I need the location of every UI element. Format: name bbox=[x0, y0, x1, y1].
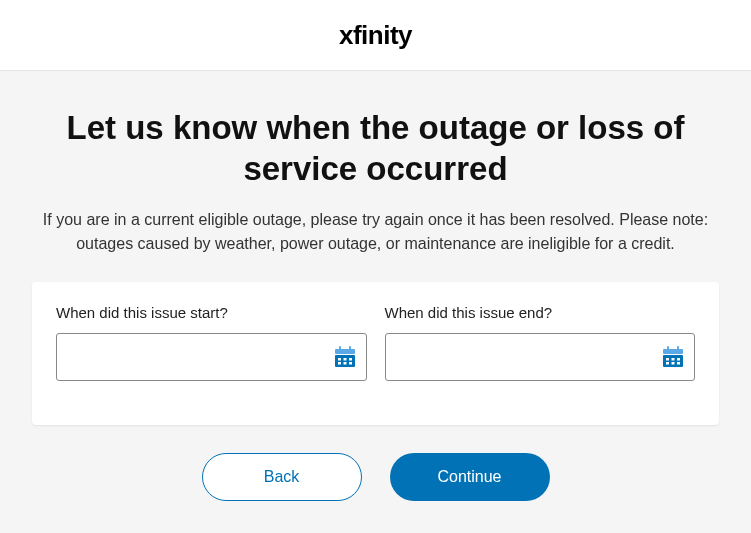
start-date-input-wrap bbox=[56, 333, 367, 381]
end-date-field: When did this issue end? bbox=[385, 304, 696, 381]
start-date-input[interactable] bbox=[56, 333, 367, 381]
page-title: Let us know when the outage or loss of s… bbox=[56, 107, 696, 190]
start-date-field: When did this issue start? bbox=[56, 304, 367, 381]
page-description: If you are in a current eligible outage,… bbox=[41, 208, 711, 256]
app-header: xfinity bbox=[0, 0, 751, 71]
date-range-card: When did this issue start? bbox=[32, 282, 719, 425]
end-date-input[interactable] bbox=[385, 333, 696, 381]
back-button[interactable]: Back bbox=[202, 453, 362, 501]
main-content: Let us know when the outage or loss of s… bbox=[0, 71, 751, 501]
continue-button[interactable]: Continue bbox=[390, 453, 550, 501]
end-date-input-wrap bbox=[385, 333, 696, 381]
end-date-label: When did this issue end? bbox=[385, 304, 696, 321]
xfinity-logo: xfinity bbox=[339, 20, 412, 51]
action-buttons: Back Continue bbox=[32, 453, 719, 501]
start-date-label: When did this issue start? bbox=[56, 304, 367, 321]
